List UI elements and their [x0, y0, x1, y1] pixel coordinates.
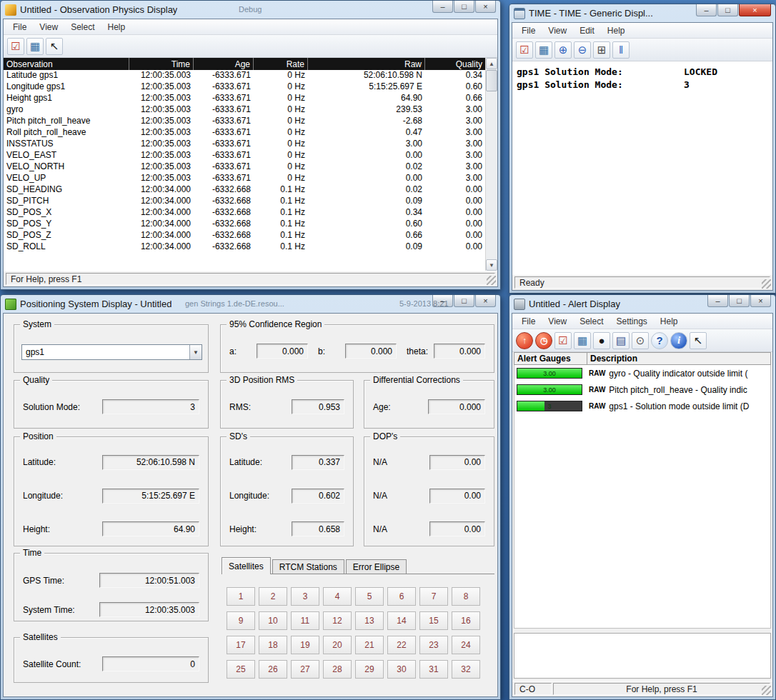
vertical-scrollbar[interactable]: ▲ ▼ — [485, 58, 497, 271]
satellite-button[interactable]: 32 — [452, 660, 480, 679]
scroll-up-button[interactable]: ▲ — [486, 58, 497, 69]
column-header-quality[interactable]: Quality — [425, 58, 485, 70]
menu-item[interactable]: Help — [601, 24, 632, 37]
resize-grip[interactable] — [762, 686, 771, 695]
column-header-description[interactable]: Description — [587, 353, 770, 364]
satellite-button[interactable]: 25 — [227, 660, 255, 679]
time-titlebar[interactable]: TIME - TIME - Generic Displ... –□× — [512, 4, 773, 22]
menu-item[interactable]: File — [515, 315, 542, 328]
column-header-alert-gauges[interactable]: Alert Gauges — [514, 353, 587, 364]
table-row[interactable]: Roll pitch_roll_heave 12:00:35.003 -6333… — [4, 127, 485, 139]
sound-icon[interactable]: ● — [593, 332, 610, 349]
satellite-button[interactable]: 12 — [323, 611, 352, 630]
maximize-button[interactable]: □ — [729, 295, 750, 307]
menu-item[interactable]: Settings — [610, 315, 654, 328]
help-bubble-icon[interactable]: ? — [651, 332, 668, 349]
select-cursor-icon[interactable]: ↖ — [690, 332, 707, 349]
satellite-button[interactable]: 5 — [355, 587, 384, 606]
column-header-observation[interactable]: Observation — [4, 58, 129, 70]
satellite-button[interactable]: 21 — [355, 636, 384, 654]
display-settings-icon[interactable]: ▦ — [535, 41, 552, 59]
alert-row[interactable]: 3.00 RAW Pitch pitch_roll_heave - Qualit… — [514, 381, 770, 398]
menu-item[interactable]: View — [542, 24, 573, 37]
value-line[interactable]: gps1 Solution Mode: LOCKED — [517, 66, 768, 79]
search-icon[interactable]: ⊙ — [632, 332, 649, 349]
satellite-button[interactable]: 9 — [227, 611, 255, 630]
tab[interactable]: Satellites — [222, 557, 271, 574]
close-button[interactable]: × — [750, 295, 771, 307]
menu-item[interactable]: Select — [64, 21, 101, 34]
display-settings-icon[interactable]: ▦ — [574, 332, 591, 349]
satellite-button[interactable]: 22 — [387, 636, 416, 654]
satellite-button[interactable]: 24 — [452, 636, 480, 654]
tab[interactable]: Error Ellipse — [346, 559, 407, 574]
scroll-thumb[interactable] — [486, 70, 497, 91]
satellite-button[interactable]: 7 — [419, 587, 448, 606]
table-row[interactable]: SD_ROLL 12:00:34.000 -6332.668 0.1 Hz 0.… — [4, 241, 485, 253]
satellite-button[interactable]: 4 — [323, 587, 352, 606]
satellite-button[interactable]: 17 — [227, 636, 255, 654]
table-row[interactable]: VELO_NORTH 12:00:35.003 -6333.671 0 Hz 0… — [4, 161, 485, 173]
table-row[interactable]: gyro 12:00:35.003 -6333.671 0 Hz 239.53 … — [4, 104, 485, 116]
pause-icon[interactable]: ‖ — [612, 41, 630, 59]
table-row[interactable]: Longitude gps1 12:00:35.003 -6333.671 0 … — [4, 81, 485, 93]
alarm-up-icon[interactable]: ↑ — [516, 332, 533, 349]
combo-dropdown-icon[interactable]: ▼ — [189, 345, 202, 359]
satellite-button[interactable]: 10 — [259, 611, 287, 630]
table-row[interactable]: Height gps1 12:00:35.003 -6333.671 0 Hz … — [4, 93, 485, 104]
menu-item[interactable]: View — [542, 315, 573, 328]
menu-item[interactable]: Edit — [573, 24, 601, 37]
satellite-button[interactable]: 19 — [291, 636, 319, 654]
maximize-button[interactable]: □ — [454, 1, 474, 13]
menu-item[interactable]: Select — [573, 315, 610, 328]
value-line[interactable]: gps1 Solution Mode: 3 — [517, 79, 768, 91]
table-row[interactable]: VELO_UP 12:00:35.003 -6333.671 0 Hz 0.00… — [4, 173, 485, 184]
grid-icon[interactable]: ⊞ — [593, 41, 610, 59]
satellite-button[interactable]: 14 — [387, 611, 416, 630]
satellite-button[interactable]: 27 — [291, 660, 319, 679]
satellite-button[interactable]: 26 — [259, 660, 287, 679]
alert-titlebar[interactable]: Untitled - Alert Display –□× — [512, 295, 773, 313]
satellite-button[interactable]: 29 — [355, 660, 384, 679]
zoom-in-icon[interactable]: ⊕ — [554, 41, 572, 59]
zoom-out-icon[interactable]: ⊖ — [574, 41, 591, 59]
satellite-button[interactable]: 31 — [419, 660, 448, 679]
satellite-button[interactable]: 15 — [419, 611, 448, 630]
minimize-button[interactable]: – — [707, 295, 728, 307]
satellite-button[interactable]: 18 — [259, 636, 287, 654]
satellite-button[interactable]: 30 — [387, 660, 416, 679]
display-settings-icon[interactable]: ▦ — [26, 38, 44, 55]
satellite-button[interactable]: 16 — [452, 611, 480, 630]
obs-titlebar[interactable]: Untitled - Observation Physics Display D… — [3, 1, 498, 19]
minimize-button[interactable]: – — [432, 1, 453, 13]
table-row[interactable]: Latitude gps1 12:00:35.003 -6333.671 0 H… — [4, 70, 485, 81]
menu-item[interactable]: Help — [101, 21, 132, 34]
satellite-button[interactable]: 28 — [323, 660, 352, 679]
table-row[interactable]: SD_POS_Y 12:00:34.000 -6332.668 0.1 Hz 0… — [4, 219, 485, 230]
confidence-plot-icon[interactable]: ☑ — [516, 41, 533, 59]
satellite-button[interactable]: 20 — [323, 636, 352, 654]
tab[interactable]: RTCM Stations — [272, 559, 344, 574]
satellite-button[interactable]: 23 — [419, 636, 448, 654]
scroll-down-button[interactable]: ▼ — [486, 259, 497, 271]
satellite-button[interactable]: 13 — [355, 611, 384, 630]
maximize-button[interactable]: □ — [454, 295, 474, 307]
satellite-button[interactable]: 6 — [387, 587, 416, 606]
select-cursor-icon[interactable]: ↖ — [46, 38, 63, 55]
confidence-plot-icon[interactable]: ☑ — [554, 332, 572, 349]
column-header-raw[interactable]: Raw — [308, 58, 425, 70]
table-row[interactable]: SD_POS_X 12:00:34.000 -6332.668 0.1 Hz 0… — [4, 207, 485, 219]
close-button[interactable]: × — [475, 1, 496, 13]
satellite-button[interactable]: 3 — [291, 587, 319, 606]
menu-item[interactable]: Help — [654, 315, 685, 328]
satellite-button[interactable]: 8 — [452, 587, 480, 606]
table-row[interactable]: SD_PITCH 12:00:34.000 -6332.668 0.1 Hz 0… — [4, 196, 485, 207]
close-button[interactable]: × — [475, 295, 496, 307]
save-icon[interactable]: ▤ — [612, 332, 630, 349]
satellite-button[interactable]: 11 — [291, 611, 319, 630]
table-row[interactable]: INSSTATUS 12:00:35.003 -6333.671 0 Hz 3.… — [4, 139, 485, 150]
column-header-age[interactable]: Age — [194, 58, 254, 70]
alarm-history-icon[interactable]: ◷ — [535, 332, 552, 349]
menu-item[interactable]: File — [515, 24, 542, 37]
resize-grip[interactable] — [762, 279, 771, 289]
